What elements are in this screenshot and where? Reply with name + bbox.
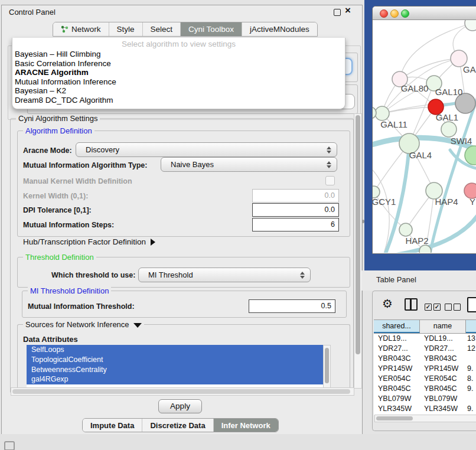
network-edge[interactable]: [373, 165, 389, 253]
algorithm-option[interactable]: ARACNE Algorithm: [12, 68, 345, 77]
tab-cyni-toolbox[interactable]: Cyni Toolbox: [181, 22, 242, 36]
node-attribute-table[interactable]: shared...name YDL19...YDL19...13YDR27...…: [374, 319, 476, 415]
table-cell: YBR045C: [420, 384, 466, 394]
node-label-gal1: GAL1: [436, 112, 458, 122]
hub-tf-section-toggle[interactable]: Hub/Transcription Factor Definition: [23, 237, 155, 246]
gear-icon[interactable]: ⚙: [382, 296, 393, 311]
settings-horizontal-scrollbar-thumb[interactable]: [12, 389, 350, 394]
table-panel-strip: Table Panel: [361, 270, 476, 291]
settings-vertical-scrollbar[interactable]: [354, 113, 362, 389]
settings-horizontal-scrollbar[interactable]: [11, 387, 354, 396]
manual-kernel-checkbox[interactable]: [325, 176, 335, 185]
table-horizontal-scrollbar[interactable]: [374, 415, 476, 422]
network-view-window[interactable]: GALGAL80GAL10GAL1GAL11SWI4GAL4GCY1HAP4YH…: [372, 6, 476, 254]
column-header-name[interactable]: name: [420, 320, 466, 333]
attribute-list-item[interactable]: gal4RGexp: [27, 374, 323, 384]
table-horizontal-scrollbar-thumb[interactable]: [376, 416, 413, 420]
network-node-gal11[interactable]: [375, 106, 389, 120]
algorithm-option[interactable]: Dream8 DC_TDC Algorithm: [12, 96, 345, 105]
column-header-clipped[interactable]: [466, 320, 476, 333]
table-cell: [466, 394, 476, 404]
data-attributes-list[interactable]: SelfLoopsTopologicalCoefficientBetweenne…: [27, 345, 323, 387]
tab-select[interactable]: Select: [143, 22, 181, 36]
tab-network[interactable]: Network: [53, 22, 109, 36]
tab-label: Network: [71, 25, 101, 34]
table-row[interactable]: YPR145WYPR145W9.: [374, 364, 476, 374]
control-panel: Control Panel × NetworkStyleSelectCyni T…: [1, 5, 363, 435]
table-body[interactable]: YDL19...YDL19...13YDR27...YDR27...12YBR0…: [374, 334, 476, 415]
close-icon[interactable]: ×: [345, 5, 351, 17]
mac-close-icon[interactable]: [380, 9, 388, 18]
table-row[interactable]: YDR27...YDR27...12: [374, 344, 476, 354]
which-threshold-select[interactable]: MI Threshold: [138, 268, 311, 282]
table-header-row[interactable]: shared...name: [374, 319, 476, 334]
attribute-list-item[interactable]: SelfLoops: [27, 345, 323, 355]
table-cell: YBR045C: [374, 384, 420, 394]
tab-jactivemnodules[interactable]: jActiveMNodules: [242, 22, 317, 36]
algorithm-option[interactable]: Basic Correlation Inference: [12, 59, 345, 69]
hub-tf-label: Hub/Transcription Factor Definition: [23, 237, 146, 246]
split-columns-icon[interactable]: [405, 298, 418, 311]
dpi-tolerance-input[interactable]: 0.0: [252, 203, 339, 217]
select-all-rows-icon[interactable]: ✓✓: [425, 301, 442, 312]
network-node[interactable]: [465, 146, 476, 165]
float-window-icon[interactable]: [334, 9, 341, 16]
apply-button[interactable]: Apply: [158, 399, 202, 413]
algorithm-option[interactable]: Bayesian – Hill Climbing: [12, 50, 345, 59]
table-row[interactable]: YBR043CYBR043C: [374, 354, 476, 364]
node-label-gal80: GAL80: [401, 83, 429, 93]
kernel-width-input[interactable]: 0.0: [252, 189, 339, 203]
mac-minimize-icon[interactable]: [390, 9, 399, 18]
attribute-list-scrollbar[interactable]: [323, 345, 331, 389]
stepper-arrows-icon: [327, 146, 331, 154]
aracne-mode-select[interactable]: Discovery: [76, 142, 337, 157]
network-edge[interactable]: [400, 58, 459, 79]
network-node-hap2[interactable]: [399, 223, 412, 236]
stepper-arrows-icon: [327, 161, 331, 168]
table-row[interactable]: YBL079WYBL079W: [374, 394, 476, 404]
mi-steps-input[interactable]: 6: [252, 218, 339, 231]
table-row[interactable]: YBR045CYBR045C9.: [374, 384, 476, 394]
network-graph-canvas[interactable]: GALGAL80GAL10GAL1GAL11SWI4GAL4GCY1HAP4YH…: [373, 20, 476, 253]
tab-discretize-data[interactable]: Discretize Data: [142, 419, 213, 432]
tab-label: Cyni Toolbox: [188, 25, 234, 34]
network-node-swi4[interactable]: [441, 122, 457, 137]
algorithm-dropdown-items: Bayesian – Hill ClimbingBasic Correlatio…: [12, 50, 345, 105]
network-node[interactable]: [465, 20, 476, 31]
node-label-gal10: GAL10: [435, 87, 463, 97]
attribute-list-item[interactable]: TopologicalCoefficient: [27, 355, 323, 365]
table-cell: YBR043C: [374, 354, 420, 364]
tab-label: jActiveMNodules: [250, 25, 309, 34]
table-row[interactable]: YDL19...YDL19...13: [374, 334, 476, 344]
stepper-arrows-icon: [300, 272, 305, 279]
table-cell: [466, 354, 476, 364]
panel-splitter-handle[interactable]: [362, 220, 364, 223]
tab-style[interactable]: Style: [109, 22, 143, 36]
tab-impute-data[interactable]: Impute Data: [83, 419, 142, 432]
cyni-settings-title: Cyni Algorithm Settings: [16, 114, 100, 123]
table-panel-window: ⚙ ✓✓ shared...name YDL19...YDL19...13YDR…: [372, 291, 476, 431]
network-node[interactable]: [419, 245, 431, 253]
network-window-titlebar[interactable]: [373, 6, 476, 20]
algorithm-option[interactable]: Bayesian – K2: [12, 86, 345, 96]
table-cell: YDR27...: [420, 344, 466, 354]
function-builder-icon[interactable]: [467, 297, 476, 312]
mac-zoom-icon[interactable]: [401, 9, 409, 18]
node-label-hap4: HAP4: [435, 197, 458, 207]
mi-threshold-input[interactable]: 0.5: [249, 299, 335, 313]
minimized-panel-icon[interactable]: [4, 441, 15, 450]
attribute-list-item[interactable]: BetweennessCentrality: [27, 365, 323, 375]
settings-vertical-scrollbar-thumb[interactable]: [356, 115, 360, 354]
deselect-all-rows-icon[interactable]: [445, 301, 462, 312]
attribute-list-scrollbar-thumb[interactable]: [325, 348, 329, 383]
column-header-shared...[interactable]: shared...: [374, 320, 420, 333]
tab-infer-network[interactable]: Infer Network: [214, 419, 278, 432]
tab-label: Select: [151, 25, 173, 34]
network-icon: [61, 25, 69, 33]
algorithm-option[interactable]: Mutual Information Inference: [12, 77, 345, 87]
table-row[interactable]: YLR345WYLR345W9.: [374, 404, 476, 414]
network-node-gcy1[interactable]: [373, 186, 380, 198]
table-row[interactable]: YER054CYER054C8.: [374, 374, 476, 384]
table-cell: YER054C: [374, 374, 420, 384]
mi-type-select[interactable]: Naive Bayes: [161, 157, 337, 172]
